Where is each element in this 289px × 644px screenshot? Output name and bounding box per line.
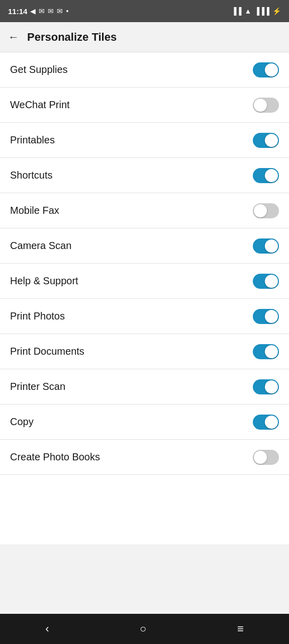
- signal-icon: ▐▐▐: [254, 7, 269, 15]
- toggle-row-help-support: Help & Support: [0, 264, 289, 299]
- toggle-wechat-print[interactable]: [253, 98, 279, 113]
- toggle-create-photo-books[interactable]: [253, 450, 279, 465]
- page-title: Personalize Tiles: [27, 31, 117, 44]
- toggle-help-support[interactable]: [253, 274, 279, 289]
- bottom-nav: ‹ ○ ≡: [0, 614, 289, 644]
- label-get-supplies: Get Supplies: [10, 64, 68, 75]
- label-copy: Copy: [10, 416, 34, 428]
- toggle-camera-scan[interactable]: [253, 238, 279, 254]
- toggle-list: Get SuppliesWeChat PrintPrintablesShortc…: [0, 52, 289, 544]
- toggle-print-documents[interactable]: [253, 344, 279, 359]
- label-camera-scan: Camera Scan: [10, 240, 71, 252]
- toggle-get-supplies[interactable]: [253, 62, 279, 77]
- status-bar-left: 11:14 ◀ ✉ ✉ ✉ •: [8, 7, 68, 16]
- status-time: 11:14: [8, 7, 27, 16]
- status-bar: 11:14 ◀ ✉ ✉ ✉ • ▐▐ ▲ ▐▐▐ ⚡: [0, 0, 289, 22]
- email-icon-2: ✉: [48, 7, 54, 15]
- battery-icon: ▐▐: [232, 7, 242, 15]
- toggle-print-photos[interactable]: [253, 309, 279, 324]
- toggle-row-print-photos: Print Photos: [0, 299, 289, 334]
- label-print-documents: Print Documents: [10, 346, 84, 357]
- dot-icon: •: [66, 7, 68, 15]
- label-printer-scan: Printer Scan: [10, 381, 65, 392]
- label-printables: Printables: [10, 134, 55, 146]
- nav-back-button[interactable]: ‹: [35, 617, 59, 640]
- label-wechat-print: WeChat Print: [10, 99, 70, 111]
- toggle-row-copy: Copy: [0, 405, 289, 440]
- toggle-row-wechat-print: WeChat Print: [0, 88, 289, 123]
- back-button[interactable]: ←: [8, 28, 23, 47]
- toggle-printer-scan[interactable]: [253, 379, 279, 394]
- nav-menu-button[interactable]: ≡: [227, 617, 254, 640]
- page-header: ← Personalize Tiles: [0, 22, 289, 52]
- label-help-support: Help & Support: [10, 275, 78, 287]
- toggle-shortcuts[interactable]: [253, 168, 279, 183]
- empty-space: [0, 544, 289, 614]
- status-bar-right: ▐▐ ▲ ▐▐▐ ⚡: [232, 7, 281, 15]
- toggle-row-printer-scan: Printer Scan: [0, 369, 289, 405]
- toggle-row-printables: Printables: [0, 123, 289, 158]
- toggle-copy[interactable]: [253, 415, 279, 430]
- toggle-row-print-documents: Print Documents: [0, 334, 289, 369]
- email-icon-1: ✉: [39, 7, 45, 15]
- nav-home-button[interactable]: ○: [130, 617, 156, 640]
- label-create-photo-books: Create Photo Books: [10, 451, 100, 463]
- toggle-printables[interactable]: [253, 133, 279, 148]
- location-icon: ◀: [30, 7, 36, 15]
- toggle-row-camera-scan: Camera Scan: [0, 228, 289, 264]
- toggle-row-shortcuts: Shortcuts: [0, 158, 289, 193]
- label-shortcuts: Shortcuts: [10, 170, 52, 181]
- wifi-icon: ▲: [244, 7, 251, 15]
- toggle-mobile-fax[interactable]: [253, 203, 279, 218]
- email-icon-3: ✉: [57, 7, 63, 15]
- label-mobile-fax: Mobile Fax: [10, 205, 59, 216]
- charging-icon: ⚡: [272, 7, 281, 15]
- toggle-row-get-supplies: Get Supplies: [0, 52, 289, 88]
- label-print-photos: Print Photos: [10, 310, 65, 322]
- toggle-row-create-photo-books: Create Photo Books: [0, 440, 289, 475]
- toggle-row-mobile-fax: Mobile Fax: [0, 193, 289, 228]
